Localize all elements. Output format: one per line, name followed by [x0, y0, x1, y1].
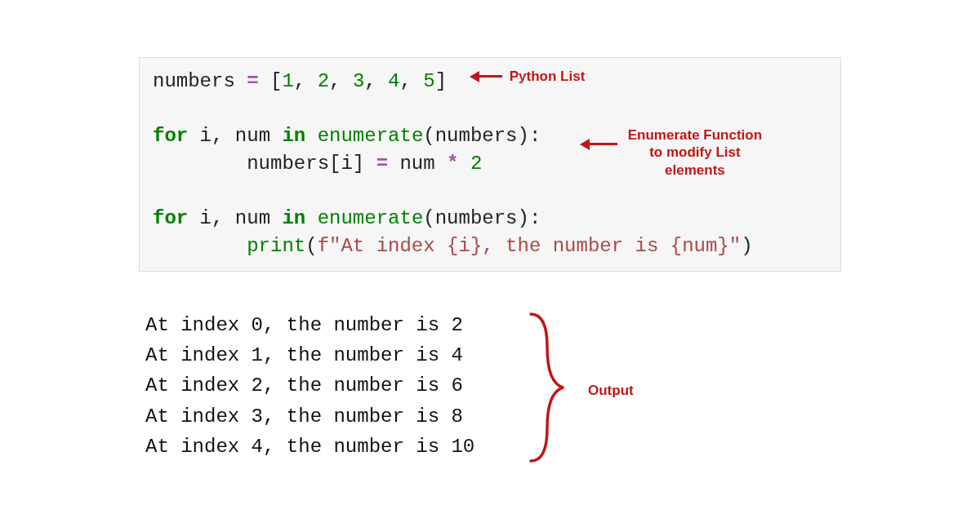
annotation-python-list: Python List — [470, 67, 585, 85]
annotation-label-group: Enumerate Function to modify List elemen… — [628, 126, 762, 179]
annotation-output: Output — [588, 382, 634, 399]
annotation-label: Output — [588, 383, 634, 398]
code-line-4: for i, num in enumerate(numbers): — [153, 205, 827, 233]
annotation-label: Python List — [510, 69, 586, 84]
output-line: At index 0, the number is 2 — [145, 310, 474, 340]
code-blank-2 — [153, 177, 827, 205]
arrow-icon — [580, 135, 617, 152]
assign-op: = — [247, 70, 258, 92]
arrow-icon — [470, 67, 502, 84]
code-line-5: print(f"At index {i}, the number is {num… — [153, 233, 827, 260]
code-blank-1 — [153, 95, 827, 123]
output-line: At index 4, the number is 10 — [145, 432, 474, 462]
output-block: At index 0, the number is 2 At index 1, … — [145, 310, 474, 462]
var-name: numbers — [153, 70, 247, 92]
brace-icon — [523, 310, 572, 465]
annotation-enumerate: Enumerate Function to modify List elemen… — [580, 126, 762, 179]
output-line: At index 1, the number is 4 — [145, 340, 474, 370]
output-line: At index 2, the number is 6 — [145, 370, 474, 401]
output-line: At index 3, the number is 8 — [145, 401, 474, 432]
